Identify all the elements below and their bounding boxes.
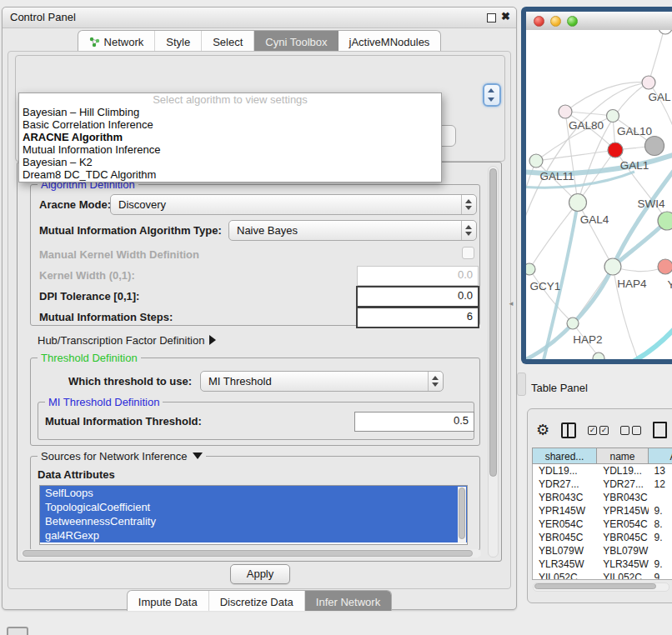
minimize-traffic-light-icon[interactable] [550,16,561,27]
table-cell[interactable]: 13 [649,464,672,478]
network-canvas[interactable]: GALGAL80GAL10GAL1GAL11SWI4GAL4GCY1HAP4YH… [526,30,672,359]
collapsed-arrow-icon[interactable] [209,335,216,345]
node-gal-top-node[interactable] [642,76,655,89]
table-cell[interactable]: YPR145W [533,504,597,518]
data-attributes-list[interactable]: SelfLoopsTopologicalCoefficientBetweenne… [39,485,468,545]
table-cell[interactable]: YBR043C [533,491,597,504]
table-cell[interactable]: 9. [649,531,672,544]
network-window-titlebar[interactable] [526,12,672,31]
table-cell[interactable]: YER054C [533,518,597,531]
hub-definition-toggle[interactable]: Hub/Transcription Factor Definition [38,334,216,347]
network-view-window[interactable]: GALGAL80GAL10GAL1GAL11SWI4GAL4GCY1HAP4YH… [521,7,672,364]
popup-item-mutual-information-inference[interactable]: Mutual Information Inference [19,143,441,156]
node-gal4[interactable] [569,194,587,212]
sources-group-title[interactable]: Sources for Network Inference [38,450,206,462]
tab-jactivemnodules[interactable]: jActiveMNodules [339,31,441,51]
table-row[interactable]: YLR345WYLR345W9. [533,558,672,571]
table-cell[interactable]: YDR27... [533,478,597,491]
popup-item-basic-correlation-inference[interactable]: Basic Correlation Inference [19,118,441,131]
table-row[interactable]: YBR043CYBR043C [533,491,672,504]
table-cell[interactable]: YBR045C [597,531,648,544]
select-all-columns-icon[interactable]: ✓✓ [588,426,609,435]
tab-select[interactable]: Select [202,31,254,51]
table-cell[interactable]: YBR043C [597,491,648,504]
table-row[interactable]: YDR27...YDR27...12 [533,478,672,491]
popup-item-bayesian-hill-climbing[interactable]: Bayesian – Hill Climbing [19,106,441,118]
list-vertical-scrollbar[interactable] [458,487,466,543]
deselect-all-columns-icon[interactable] [620,426,641,435]
table-cell[interactable]: YDL19... [533,464,597,478]
table-row[interactable]: YBL079WYBL079W [533,544,672,558]
table-cell[interactable]: YDL19... [597,464,648,478]
edge[interactable] [649,30,664,82]
edge[interactable] [526,165,672,359]
node-gal11[interactable] [529,154,543,168]
combo-stepper-focused[interactable] [483,83,501,107]
tab-network[interactable]: Network [78,31,156,51]
attribute-item-topologicalcoefficient[interactable]: TopologicalCoefficient [40,500,467,514]
node-top-partial-node[interactable] [659,30,672,34]
tab-discretize-data[interactable]: Discretize Data [209,591,305,611]
edge[interactable] [633,325,672,359]
column-layout-icon[interactable] [561,422,576,438]
edge[interactable] [565,82,649,112]
tab-style[interactable]: Style [155,31,202,51]
gear-icon[interactable]: ⚙ [536,422,549,438]
column-header-a[interactable]: A [649,448,672,464]
node-salmon-node[interactable] [658,259,672,274]
tab-cyni-toolbox[interactable]: Cyni Toolbox [254,31,338,51]
combo-stepper-icon[interactable] [428,372,443,391]
table-cell[interactable]: YLR345W [597,558,648,571]
node-bottom-node[interactable] [593,352,604,359]
edge[interactable] [578,150,615,202]
mi-threshold-field[interactable]: 0.5 [354,412,474,432]
zoom-traffic-light-icon[interactable] [567,16,578,27]
table-cell[interactable]: YDR27... [597,478,648,491]
table-cell[interactable] [649,544,672,558]
settings-vertical-scrollbar[interactable] [488,166,499,558]
mi-steps-field[interactable]: 6 [356,307,479,328]
export-table-icon[interactable] [653,422,667,438]
table-row[interactable]: YER054CYER054C8. [533,518,672,531]
which-threshold-combo[interactable]: MI Threshold [200,371,444,392]
edge[interactable] [529,269,573,323]
node-gal10[interactable] [607,110,619,122]
combo-stepper-icon[interactable] [461,221,476,240]
table-cell[interactable]: 9. [649,558,672,571]
table-cell[interactable]: 9. [649,504,672,518]
apply-button[interactable]: Apply [230,564,290,584]
table-row[interactable]: YBR045CYBR045C9. [533,531,672,544]
combo-stepper-icon[interactable] [461,195,476,214]
node-hap4[interactable] [604,258,621,275]
table-cell[interactable] [649,491,672,504]
node-gray-node[interactable] [645,137,664,156]
mi-type-combo[interactable]: Naive Bayes [228,220,477,241]
edge[interactable] [536,150,615,161]
popup-item-bayesian-k2[interactable]: Bayesian – K2 [19,156,441,168]
table-cell[interactable]: YBL079W [533,544,597,558]
popup-item-dream8-dc-tdc-algorithm[interactable]: Dream8 DC_TDC Algorithm [19,168,441,181]
attribute-item-betweennesscentrality[interactable]: BetweennessCentrality [40,514,467,528]
tab-impute-data[interactable]: Impute Data [128,591,209,611]
tab-infer-network[interactable]: Infer Network [305,591,391,611]
table-row[interactable]: YIL052CYIL052C9 [533,571,672,580]
aracne-mode-combo[interactable]: Discovery [110,194,477,215]
attribute-item-gal4rgexp[interactable]: gal4RGexp [40,528,467,542]
float-window-icon[interactable] [487,13,496,22]
attribute-item-selfloops[interactable]: SelfLoops [40,486,467,500]
table-row[interactable]: YPR145WYPR145W9. [533,504,672,518]
table-cell[interactable]: YER054C [597,518,648,531]
table-cell[interactable]: YIL052C [533,571,597,580]
table-cell[interactable]: 12 [649,478,672,491]
table-cell[interactable]: YLR345W [533,558,597,571]
table-cell[interactable]: YPR145W [597,504,648,518]
table-horizontal-scrollbar[interactable] [533,582,669,592]
column-header-name[interactable]: name [597,448,649,464]
close-icon[interactable]: ✖ [501,10,510,22]
minimized-panel-icon[interactable] [7,627,28,635]
settings-horizontal-scrollbar[interactable] [21,549,481,558]
edge[interactable] [613,221,667,267]
table-row[interactable]: YDL19...YDL19...13 [533,464,672,478]
splitter-collapse-arrow-icon[interactable]: ◄ [508,300,514,308]
splitter-handle[interactable] [517,372,526,396]
